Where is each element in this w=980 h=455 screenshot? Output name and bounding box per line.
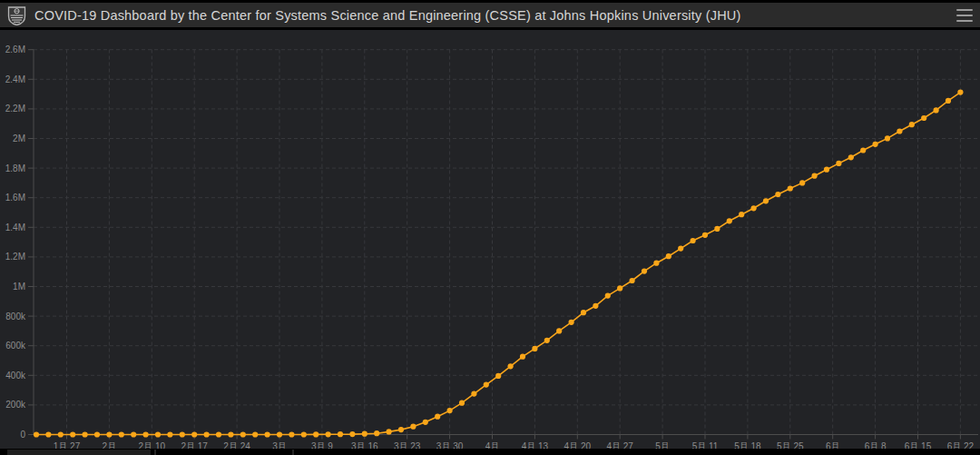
data-point[interactable] [934,107,939,113]
data-point[interactable] [836,161,841,166]
data-point[interactable] [799,180,805,185]
y-tick-label: 400k [5,371,26,381]
data-point[interactable] [593,303,598,309]
data-point[interactable] [921,115,926,121]
data-point[interactable] [228,431,233,437]
data-point[interactable] [520,354,525,360]
bottom-panel-divider [292,450,294,455]
data-point[interactable] [216,431,221,437]
data-point[interactable] [301,431,307,437]
data-point[interactable] [362,431,368,437]
chart-area: 0200k400k600k800k1M1.2M1.4M1.6M1.8M2M2.2… [0,30,980,449]
y-tick-label: 0 [20,430,25,440]
data-point[interactable] [678,246,683,252]
data-point[interactable] [946,98,951,104]
page-title: COVID-19 Dashboard by the Center for Sys… [34,8,741,23]
covid-dashboard: COVID-19 Dashboard by the Center for Sys… [0,0,980,455]
data-point[interactable] [313,431,318,437]
data-point[interactable] [410,424,416,430]
y-axis-labels: 0200k400k600k800k1M1.2M1.4M1.6M1.8M2M2.2… [5,45,26,440]
data-point[interactable] [265,431,270,437]
data-point[interactable] [642,269,647,274]
data-point[interactable] [532,346,537,351]
data-point[interactable] [204,431,210,437]
x-tick-label: 6月 [826,441,840,450]
data-point[interactable] [131,431,136,437]
data-point[interactable] [666,253,671,259]
data-point[interactable] [338,431,343,437]
x-tick-label: 2月 10 [139,441,166,450]
data-point[interactable] [714,226,720,232]
data-point[interactable] [824,167,829,173]
data-point[interactable] [556,328,562,333]
data-point[interactable] [435,414,440,420]
data-point[interactable] [277,431,282,437]
data-point[interactable] [569,320,574,325]
data-point[interactable] [860,147,866,153]
series-points[interactable] [34,90,964,438]
data-point[interactable] [191,431,197,437]
data-point[interactable] [387,429,392,434]
data-point[interactable] [45,431,51,437]
data-point[interactable] [349,431,355,437]
x-tick-label: 4月 20 [564,441,592,450]
data-point[interactable] [508,363,514,369]
data-point[interactable] [34,431,39,437]
data-point[interactable] [106,431,112,437]
data-point[interactable] [617,285,622,291]
data-point[interactable] [581,310,586,315]
y-tick-label: 1.6M [5,193,25,203]
data-point[interactable] [240,431,246,437]
y-tick-label: 2.2M [5,104,25,114]
data-point[interactable] [180,431,185,437]
data-point[interactable] [775,192,780,197]
data-point[interactable] [957,90,963,95]
data-point[interactable] [873,142,878,147]
cumulative-cases-chart[interactable]: 0200k400k600k800k1M1.2M1.4M1.6M1.8M2M2.2… [0,30,980,449]
data-point[interactable] [83,431,88,437]
data-point[interactable] [727,218,732,223]
data-point[interactable] [167,431,172,437]
data-point[interactable] [252,431,258,437]
data-point[interactable] [58,431,64,437]
data-point[interactable] [447,408,453,413]
data-point[interactable] [423,420,428,425]
x-tick-label: 3月 16 [351,441,378,450]
data-point[interactable] [605,293,611,299]
x-tick-label: 3月 23 [394,441,421,450]
data-point[interactable] [289,431,294,437]
data-point[interactable] [751,205,757,211]
data-point[interactable] [471,391,476,397]
data-point[interactable] [70,431,75,437]
data-point[interactable] [691,238,696,243]
data-point[interactable] [495,373,501,379]
y-tick-label: 2.4M [5,74,25,84]
data-point[interactable] [812,173,818,179]
data-point[interactable] [653,261,659,266]
data-point[interactable] [788,185,793,191]
x-tick-label: 4月 27 [606,441,633,450]
data-point[interactable] [848,154,854,160]
data-point[interactable] [155,431,161,437]
data-point[interactable] [374,430,379,436]
x-tick-label: 6月 8 [865,441,887,450]
hamburger-menu-icon[interactable] [956,9,973,22]
data-point[interactable] [544,338,550,343]
data-point[interactable] [763,198,769,203]
data-point[interactable] [143,431,149,437]
data-point[interactable] [326,431,331,437]
data-point[interactable] [94,431,100,437]
data-point[interactable] [119,431,124,437]
x-tick-label: 4月 [485,441,500,450]
data-point[interactable] [484,382,489,388]
data-point[interactable] [398,427,404,432]
data-point[interactable] [459,401,465,406]
data-point[interactable] [909,122,915,127]
data-point[interactable] [739,212,744,217]
data-point[interactable] [897,128,902,134]
y-tick-label: 200k [5,400,26,410]
x-axis-labels: 1月 272月2月 102月 172月 243月3月 93月 163月 233月… [54,441,975,450]
data-point[interactable] [885,135,890,141]
data-point[interactable] [702,232,708,238]
data-point[interactable] [630,278,635,283]
